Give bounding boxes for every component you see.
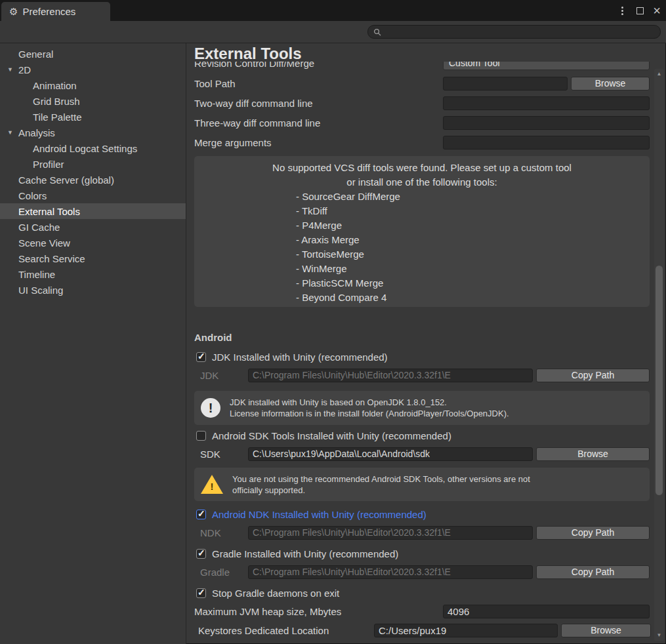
- vertical-scrollbar[interactable]: ▲ ▼: [654, 69, 664, 641]
- close-icon[interactable]: ×: [653, 4, 661, 17]
- gradle-installed-checkbox-row[interactable]: Gradle Installed with Unity (recommended…: [196, 546, 398, 561]
- revision-control-label: Revision Control Diff/Merge: [194, 62, 443, 69]
- jdk-copy-path-button[interactable]: Copy Path: [536, 369, 650, 382]
- vcs-tool-item: - SourceGear DiffMerge: [194, 190, 650, 204]
- jdk-info-box: ! JDK installed with Unity is based on O…: [194, 391, 650, 425]
- menu-kebab-icon[interactable]: [617, 4, 627, 18]
- vcs-tool-item: - TkDiff: [194, 204, 650, 218]
- scroll-up-icon[interactable]: ▲: [654, 70, 664, 78]
- sidebar-item-colors[interactable]: Colors: [0, 188, 186, 203]
- jdk-path-row: JDK C:\Program Files\Unity\Hub\Editor\20…: [200, 368, 650, 382]
- revision-control-row: Revision Control Diff/Merge Custom Tool: [194, 62, 650, 70]
- jdk-installed-checkbox-row[interactable]: JDK Installed with Unity (recommended): [196, 350, 388, 364]
- sidebar-item-android-logcat-settings[interactable]: Android Logcat Settings: [0, 140, 186, 156]
- revision-diff-dropdown[interactable]: Custom Tool: [443, 62, 650, 70]
- sidebar-item-grid-brush[interactable]: Grid Brush: [0, 93, 186, 109]
- vcs-tool-item: - Araxis Merge: [194, 233, 650, 247]
- vcs-tool-item: - WinMerge: [194, 262, 650, 276]
- two-way-diff-row: Two-way diff command line: [194, 96, 650, 110]
- warning-icon: !: [201, 475, 223, 494]
- sidebar-item-search-service[interactable]: Search Service: [0, 251, 186, 266]
- gradle-installed-checkbox[interactable]: [196, 549, 206, 559]
- tool-path-browse-button[interactable]: Browse: [571, 77, 650, 91]
- android-ndk-checkbox-row[interactable]: Android NDK Installed with Unity (recomm…: [196, 507, 427, 521]
- scrollbar-thumb[interactable]: [656, 266, 663, 495]
- tool-path-input[interactable]: [443, 77, 568, 91]
- keystores-browse-button[interactable]: Browse: [561, 624, 651, 637]
- jdk-installed-checkbox[interactable]: [196, 352, 206, 362]
- info-icon: !: [201, 398, 220, 418]
- vcs-tools-helpbox: No supported VCS diff tools were found. …: [194, 156, 650, 307]
- sidebar-item-general[interactable]: General: [0, 46, 186, 62]
- scroll-down-icon[interactable]: ▼: [654, 632, 664, 639]
- sidebar-item-2d[interactable]: ▼2D: [0, 62, 186, 77]
- sdk-path-field[interactable]: C:\Users\pux19\AppData\Local\Android\sdk: [248, 447, 533, 461]
- tool-path-row: Tool Path Browse: [194, 76, 650, 91]
- two-way-diff-input[interactable]: [443, 96, 650, 110]
- preferences-window: ⚙ Preferences × General ▼2D Animation Gr…: [0, 0, 666, 644]
- keystores-row: Keystores Dedicated Location C:/Users/pu…: [198, 623, 651, 637]
- gradle-path-row: Gradle C:\Program Files\Unity\Hub\Editor…: [200, 565, 650, 579]
- ndk-path-row: NDK C:\Program Files\Unity\Hub\Editor\20…: [200, 525, 650, 540]
- vcs-tool-item: - PlasticSCM Merge: [194, 276, 650, 291]
- jvm-heap-row: Maximum JVM heap size, Mbytes 4096: [194, 604, 650, 618]
- preferences-tab[interactable]: ⚙ Preferences: [1, 2, 110, 21]
- sidebar-item-external-tools[interactable]: External Tools: [0, 203, 186, 219]
- foldout-arrow-icon[interactable]: ▼: [7, 66, 18, 73]
- toolbar: [0, 21, 666, 43]
- vcs-tool-item: - Beyond Compare 4: [194, 291, 650, 305]
- merge-arguments-input[interactable]: [443, 136, 650, 150]
- vcs-tool-item: - TortoiseMerge: [194, 247, 650, 262]
- page-title: External Tools: [194, 45, 302, 63]
- title-bar: ⚙ Preferences ×: [0, 0, 666, 21]
- sidebar-item-tile-palette[interactable]: Tile Palette: [0, 109, 186, 125]
- sdk-browse-button[interactable]: Browse: [536, 447, 650, 461]
- sidebar-item-timeline[interactable]: Timeline: [0, 266, 186, 282]
- gradle-path-field: C:\Program Files\Unity\Hub\Editor\2020.3…: [248, 565, 533, 579]
- keystores-location-input[interactable]: C:/Users/pux19: [374, 624, 558, 637]
- vcs-tool-item: - P4Merge: [194, 218, 650, 233]
- foldout-arrow-icon[interactable]: ▼: [7, 129, 18, 136]
- android-sdk-checkbox[interactable]: [196, 431, 206, 441]
- search-input[interactable]: [367, 25, 661, 39]
- sidebar-item-animation[interactable]: Animation: [0, 77, 186, 93]
- search-icon: [373, 28, 381, 36]
- jvm-heap-input[interactable]: 4096: [443, 605, 650, 618]
- three-way-diff-row: Three-way diff command line: [194, 115, 650, 130]
- stop-gradle-daemons-checkbox-row[interactable]: Stop Gradle daemons on exit: [196, 586, 339, 600]
- maximize-icon[interactable]: [636, 7, 644, 14]
- window-title: Preferences: [22, 6, 75, 17]
- window-controls: ×: [617, 0, 661, 21]
- sdk-path-row: SDK C:\Users\pux19\AppData\Local\Android…: [200, 447, 650, 461]
- sidebar-item-analysis[interactable]: ▼Analysis: [0, 125, 186, 140]
- ndk-path-field: C:\Program Files\Unity\Hub\Editor\2020.3…: [248, 526, 533, 540]
- sdk-warning-box: ! You are not using the recommended Andr…: [194, 468, 650, 501]
- android-section-title: Android: [194, 332, 232, 343]
- sidebar-item-ui-scaling[interactable]: UI Scaling: [0, 282, 186, 298]
- merge-arguments-row: Merge arguments: [194, 135, 650, 150]
- three-way-diff-input[interactable]: [443, 116, 650, 130]
- android-ndk-checkbox[interactable]: [196, 510, 206, 519]
- sidebar-item-cache-server[interactable]: Cache Server (global): [0, 172, 186, 188]
- gradle-copy-path-button[interactable]: Copy Path: [536, 565, 650, 579]
- sidebar-item-scene-view[interactable]: Scene View: [0, 235, 186, 251]
- main-panel: External Tools Revision Control Diff/Mer…: [186, 43, 666, 644]
- jdk-path-field: C:\Program Files\Unity\Hub\Editor\2020.3…: [248, 369, 533, 382]
- ndk-copy-path-button[interactable]: Copy Path: [536, 526, 650, 540]
- sidebar-item-gi-cache[interactable]: GI Cache: [0, 219, 186, 235]
- sidebar: General ▼2D Animation Grid Brush Tile Pa…: [0, 43, 186, 644]
- android-sdk-checkbox-row[interactable]: Android SDK Tools Installed with Unity (…: [196, 428, 451, 443]
- sidebar-item-profiler[interactable]: Profiler: [0, 156, 186, 172]
- gear-icon: ⚙: [9, 6, 18, 18]
- stop-gradle-daemons-checkbox[interactable]: [196, 588, 206, 598]
